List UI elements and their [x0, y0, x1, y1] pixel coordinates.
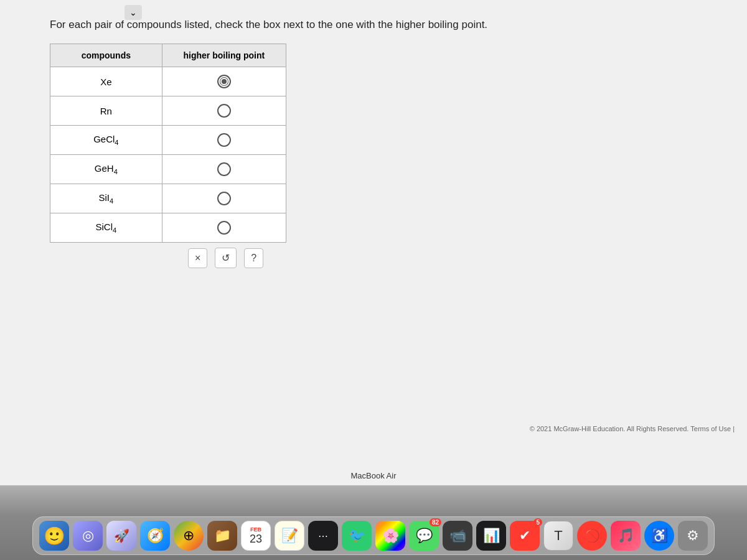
dock-bird[interactable]: 🐦 — [342, 521, 372, 551]
radio-button[interactable] — [217, 75, 231, 88]
stocks-icon: 📊 — [483, 528, 500, 544]
dock-textedit[interactable]: T — [543, 521, 573, 551]
reminders-icon: ✔ — [519, 528, 530, 544]
radio-button[interactable] — [217, 192, 231, 205]
reset-button[interactable]: ↺ — [215, 248, 237, 268]
copyright-text: © 2021 McGraw-Hill Education. All Rights… — [530, 425, 735, 432]
col-compounds-header: compounds — [50, 44, 162, 67]
radio-inner — [220, 166, 228, 173]
dock-music[interactable]: 🎵 — [611, 521, 641, 551]
radio-inner — [220, 136, 228, 144]
radio-button[interactable] — [217, 104, 231, 118]
files-icon: 📁 — [214, 528, 231, 544]
dock-noentry[interactable]: 🚫 — [577, 521, 607, 551]
radio-cell[interactable] — [162, 67, 286, 96]
radio-cell[interactable] — [162, 213, 286, 243]
dock-area: MacBook Air 🙂 ◎ 🚀 🧭 ⊕ 📁 FEB 23 📝 ⋯ — [0, 485, 747, 560]
help-button[interactable]: ? — [244, 248, 263, 268]
dock-files[interactable]: 📁 — [207, 521, 237, 551]
dock-dots[interactable]: ⋯ — [308, 521, 338, 551]
macbook-label: MacBook Air — [351, 471, 397, 480]
col-boiling-point-header: higher boiling point — [162, 44, 286, 67]
chevron-down-button[interactable]: ⌄ — [125, 5, 142, 20]
calendar-month-icon: FEB — [250, 526, 261, 533]
reminders-badge: 5 — [533, 518, 542, 526]
facetime-icon: 📹 — [449, 528, 466, 544]
table-row: Xe — [50, 67, 286, 96]
dock-safari[interactable]: 🧭 — [140, 521, 170, 551]
radio-inner — [220, 224, 228, 231]
messages-icon: 💬 — [416, 528, 433, 544]
dock-messages[interactable]: 💬 82 — [409, 521, 439, 551]
noentry-icon: 🚫 — [585, 528, 600, 543]
dock-calendar[interactable]: FEB 23 — [241, 521, 271, 551]
textedit-icon: T — [554, 528, 562, 544]
radio-button[interactable] — [217, 221, 231, 235]
safari-icon: 🧭 — [147, 528, 164, 544]
dock-reminders[interactable]: ✔ 5 — [510, 521, 540, 551]
photos-icon: 🌸 — [382, 528, 399, 544]
dock-notes[interactable]: 📝 — [275, 521, 304, 551]
radio-inner — [220, 107, 228, 114]
dock: 🙂 ◎ 🚀 🧭 ⊕ 📁 FEB 23 📝 ⋯ 🐦 — [32, 516, 715, 555]
radio-cell[interactable] — [162, 155, 286, 184]
compound-cell: SiCl4 — [50, 213, 162, 243]
radio-cell[interactable] — [162, 184, 286, 213]
compound-cell: Rn — [50, 96, 162, 126]
notes-icon: 📝 — [281, 528, 298, 544]
chrome-icon: ⊕ — [183, 528, 194, 544]
dock-system[interactable]: ⚙ — [678, 521, 708, 551]
dock-stocks[interactable]: 📊 — [476, 521, 506, 551]
dock-finder[interactable]: 🙂 — [39, 521, 69, 551]
dots-icon: ⋯ — [318, 530, 328, 542]
compound-cell: SiI4 — [50, 184, 162, 213]
table-row: SiCl4 — [50, 213, 286, 243]
music-icon: 🎵 — [618, 528, 634, 544]
table-row: SiI4 — [50, 184, 286, 213]
bird-icon: 🐦 — [349, 528, 365, 544]
dock-launchpad[interactable]: 🚀 — [106, 521, 136, 551]
calendar-date-icon: 23 — [250, 533, 262, 546]
compound-cell: Xe — [50, 67, 162, 96]
messages-badge: 82 — [430, 518, 441, 526]
radio-button[interactable] — [217, 162, 231, 176]
siri-icon: ◎ — [82, 528, 94, 544]
radio-inner — [220, 195, 228, 202]
radio-cell[interactable] — [162, 126, 286, 155]
system-icon: ⚙ — [687, 528, 699, 544]
compounds-table: compounds higher boiling point XeRnGeCl4… — [50, 44, 286, 243]
accessibility-icon: ♿ — [651, 528, 668, 544]
finder-icon: 🙂 — [44, 526, 65, 546]
main-content: ⌄ For each pair of compounds listed, che… — [0, 0, 747, 485]
dock-chrome[interactable]: ⊕ — [174, 521, 204, 551]
dock-facetime[interactable]: 📹 — [443, 521, 472, 551]
compound-cell: GeCl4 — [50, 126, 162, 155]
table-row: Rn — [50, 96, 286, 126]
compound-cell: GeH4 — [50, 155, 162, 184]
radio-cell[interactable] — [162, 96, 286, 126]
question-text: For each pair of compounds listed, check… — [50, 19, 697, 31]
radio-button[interactable] — [217, 133, 231, 147]
launchpad-icon: 🚀 — [114, 528, 129, 543]
dock-accessibility[interactable]: ♿ — [644, 521, 674, 551]
radio-inner — [222, 79, 227, 84]
table-row: GeCl4 — [50, 126, 286, 155]
close-button[interactable]: × — [188, 248, 207, 268]
table-row: GeH4 — [50, 155, 286, 184]
action-row: × ↺ ? — [165, 248, 286, 268]
dock-siri[interactable]: ◎ — [73, 521, 103, 551]
dock-photos[interactable]: 🌸 — [375, 521, 405, 551]
